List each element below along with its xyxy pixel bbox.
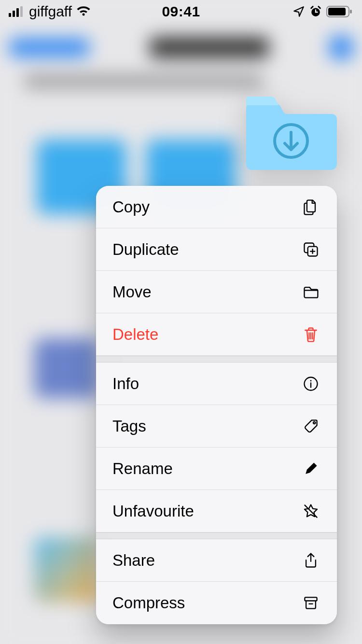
location-icon bbox=[292, 5, 305, 18]
svg-rect-16 bbox=[305, 597, 317, 601]
svg-rect-0 bbox=[9, 13, 11, 17]
trash-icon bbox=[301, 325, 320, 344]
cellular-signal-icon bbox=[9, 6, 25, 17]
clock: 09:41 bbox=[162, 3, 200, 20]
share-icon bbox=[301, 551, 320, 570]
menu-tags[interactable]: Tags bbox=[96, 405, 337, 448]
context-menu: Copy Duplicate Move Delete Info Tags bbox=[96, 186, 337, 624]
menu-item-label: Tags bbox=[112, 417, 146, 435]
carrier-label: giffgaff bbox=[29, 3, 72, 20]
wifi-icon bbox=[76, 6, 91, 17]
menu-item-label: Rename bbox=[112, 460, 173, 478]
duplicate-icon bbox=[301, 240, 320, 259]
svg-rect-2 bbox=[16, 8, 19, 17]
menu-copy[interactable]: Copy bbox=[96, 186, 337, 228]
status-bar: giffgaff 09:41 bbox=[0, 0, 362, 21]
menu-item-label: Unfavourite bbox=[112, 502, 194, 520]
svg-point-15 bbox=[313, 421, 315, 423]
menu-item-label: Info bbox=[112, 375, 139, 393]
battery-icon bbox=[326, 5, 353, 18]
menu-item-label: Copy bbox=[112, 198, 150, 216]
svg-rect-3 bbox=[20, 6, 23, 17]
menu-unfavourite[interactable]: Unfavourite bbox=[96, 490, 337, 532]
menu-rename[interactable]: Rename bbox=[96, 448, 337, 490]
svg-rect-9 bbox=[350, 10, 352, 14]
menu-item-label: Duplicate bbox=[112, 240, 179, 259]
menu-compress[interactable]: Compress bbox=[96, 582, 337, 624]
svg-rect-8 bbox=[328, 8, 346, 15]
archive-icon bbox=[301, 593, 320, 613]
menu-item-label: Delete bbox=[112, 325, 158, 344]
tag-icon bbox=[301, 417, 320, 436]
menu-separator bbox=[96, 532, 337, 539]
copy-icon bbox=[301, 197, 320, 217]
alarm-icon bbox=[309, 5, 322, 18]
pencil-icon bbox=[301, 459, 320, 478]
folder-icon bbox=[301, 282, 320, 302]
star-slash-icon bbox=[301, 502, 320, 521]
menu-duplicate[interactable]: Duplicate bbox=[96, 228, 337, 271]
menu-delete[interactable]: Delete bbox=[96, 313, 337, 356]
menu-separator bbox=[96, 356, 337, 363]
menu-move[interactable]: Move bbox=[96, 271, 337, 313]
svg-point-14 bbox=[310, 380, 312, 381]
menu-item-label: Share bbox=[112, 551, 155, 570]
menu-item-label: Move bbox=[112, 283, 152, 301]
menu-info[interactable]: Info bbox=[96, 363, 337, 405]
info-icon bbox=[301, 374, 320, 393]
svg-rect-1 bbox=[13, 11, 15, 17]
folder-preview[interactable] bbox=[241, 97, 338, 171]
menu-item-label: Compress bbox=[112, 594, 185, 612]
menu-share[interactable]: Share bbox=[96, 539, 337, 582]
